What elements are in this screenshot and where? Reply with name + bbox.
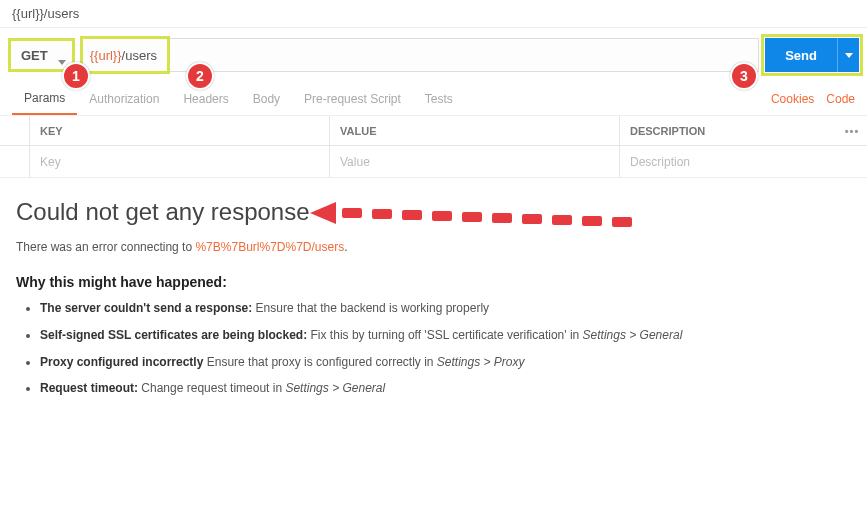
response-title: Could not get any response <box>16 198 851 226</box>
kv-key-input[interactable] <box>40 155 319 169</box>
reason-bold: Self-signed SSL certificates are being b… <box>40 328 307 342</box>
send-dropdown-button[interactable] <box>837 38 859 72</box>
reason-text: Ensure that proxy is configured correctl… <box>203 355 436 369</box>
why-title: Why this might have happened: <box>16 274 851 290</box>
reason-text: Fix this by turning off 'SSL certificate… <box>307 328 582 342</box>
reason-italic: Settings > Proxy <box>437 355 525 369</box>
reason-italic: Settings > General <box>285 381 385 395</box>
request-url-input[interactable]: {{url}}/users <box>81 38 759 72</box>
annotation-marker-1: 1 <box>62 62 90 90</box>
reason-text: Change request timeout in <box>138 381 285 395</box>
tab-prerequest[interactable]: Pre-request Script <box>292 82 413 115</box>
url-variable: {{url}} <box>90 48 122 63</box>
reason-text: Ensure that the backend is working prope… <box>252 301 489 315</box>
reason-bold: The server couldn't send a response: <box>40 301 252 315</box>
response-subtext: There was an error connecting to %7B%7Bu… <box>16 240 851 254</box>
response-area: Could not get any response There was an … <box>0 178 867 447</box>
kv-header-key: KEY <box>30 116 330 145</box>
reason-item: Request timeout: Change request timeout … <box>40 380 851 397</box>
request-bar: GET {{url}}/users Send 1 2 3 <box>0 28 867 82</box>
kv-more-icon[interactable]: ••• <box>837 125 867 137</box>
annotation-marker-3: 3 <box>730 62 758 90</box>
kv-description-input[interactable] <box>630 155 857 169</box>
response-sub-prefix: There was an error connecting to <box>16 240 195 254</box>
kv-value-input[interactable] <box>340 155 609 169</box>
tabs-right-links: Cookies Code <box>771 92 855 106</box>
reason-bold: Proxy configured incorrectly <box>40 355 203 369</box>
kv-spacer <box>0 116 30 145</box>
send-group: Send <box>765 38 859 72</box>
response-sub-suffix: . <box>344 240 347 254</box>
tab-authorization[interactable]: Authorization <box>77 82 171 115</box>
kv-header-value: VALUE <box>330 116 620 145</box>
app-root: {{url}}/users GET {{url}}/users Send 1 2… <box>0 0 867 447</box>
tab-url-display: {{url}}/users <box>0 0 867 28</box>
annotation-marker-2: 2 <box>186 62 214 90</box>
reason-item: Proxy configured incorrectly Ensure that… <box>40 354 851 371</box>
reason-list: The server couldn't send a response: Ens… <box>16 300 851 397</box>
reason-item: Self-signed SSL certificates are being b… <box>40 327 851 344</box>
chevron-down-icon <box>845 53 853 58</box>
send-button[interactable]: Send <box>765 38 837 72</box>
http-method-label: GET <box>21 48 48 63</box>
kv-spacer <box>0 146 30 177</box>
reason-item: The server couldn't send a response: Ens… <box>40 300 851 317</box>
kv-empty-row <box>0 146 867 178</box>
code-link[interactable]: Code <box>826 92 855 106</box>
tab-body[interactable]: Body <box>241 82 292 115</box>
reason-bold: Request timeout: <box>40 381 138 395</box>
kv-header-row: KEY VALUE DESCRIPTION ••• <box>0 116 867 146</box>
response-sub-url: %7B%7Burl%7D%7D/users <box>195 240 344 254</box>
tab-tests[interactable]: Tests <box>413 82 465 115</box>
kv-header-description: DESCRIPTION <box>620 116 837 145</box>
cookies-link[interactable]: Cookies <box>771 92 814 106</box>
url-path: /users <box>122 48 157 63</box>
reason-italic: Settings > General <box>583 328 683 342</box>
